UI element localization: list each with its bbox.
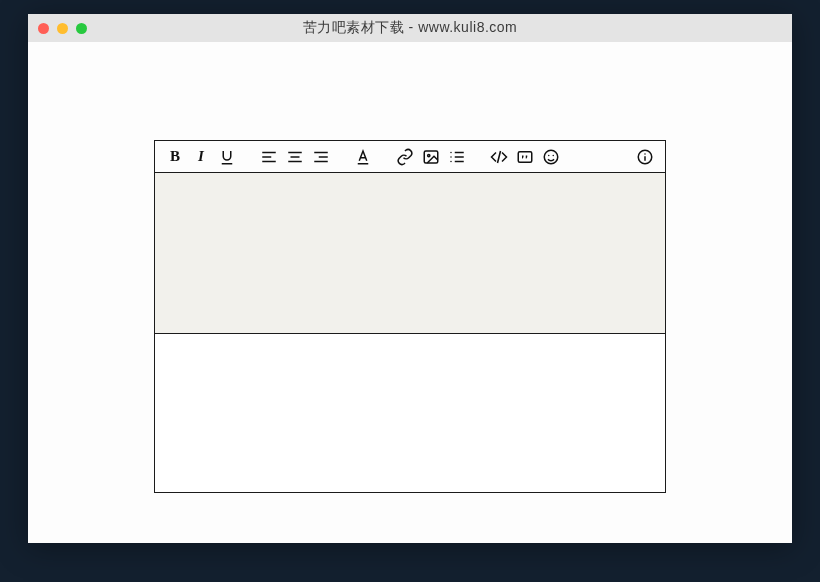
window-content: B I — [28, 42, 792, 543]
image-button[interactable] — [421, 147, 441, 167]
info-icon — [636, 148, 654, 166]
svg-point-19 — [450, 160, 452, 162]
image-icon — [422, 148, 440, 166]
code-button[interactable] — [489, 147, 509, 167]
info-button[interactable] — [635, 147, 655, 167]
text-style-group: B I — [165, 147, 237, 167]
list-button[interactable] — [447, 147, 467, 167]
svg-point-23 — [548, 154, 550, 156]
window-title: 苦力吧素材下载 - www.kuli8.com — [28, 19, 792, 37]
emoji-button[interactable] — [541, 147, 561, 167]
block-group — [489, 147, 561, 167]
code-icon — [490, 148, 508, 166]
emoji-icon — [542, 148, 560, 166]
link-icon — [396, 148, 414, 166]
underline-button[interactable] — [217, 147, 237, 167]
italic-button[interactable]: I — [191, 147, 211, 167]
bold-button[interactable]: B — [165, 147, 185, 167]
quote-icon — [516, 148, 534, 166]
underline-icon — [218, 148, 236, 166]
svg-point-24 — [553, 154, 555, 156]
editor-textarea[interactable] — [154, 172, 666, 334]
text-color-button[interactable] — [353, 147, 373, 167]
svg-point-18 — [450, 156, 452, 158]
close-icon[interactable] — [38, 23, 49, 34]
svg-point-27 — [644, 153, 646, 155]
app-window: 苦力吧素材下载 - www.kuli8.com B I — [28, 14, 792, 543]
svg-point-22 — [544, 150, 558, 164]
rich-text-editor: B I — [154, 140, 666, 493]
align-left-icon — [260, 148, 278, 166]
align-right-button[interactable] — [311, 147, 331, 167]
list-icon — [448, 148, 466, 166]
insert-group — [395, 147, 467, 167]
titlebar: 苦力吧素材下载 - www.kuli8.com — [28, 14, 792, 42]
svg-line-20 — [498, 151, 501, 163]
output-preview — [154, 334, 666, 493]
svg-point-17 — [450, 151, 452, 153]
align-left-button[interactable] — [259, 147, 279, 167]
text-color-icon — [354, 148, 372, 166]
quote-button[interactable] — [515, 147, 535, 167]
window-controls — [38, 23, 87, 34]
maximize-icon[interactable] — [76, 23, 87, 34]
align-right-icon — [312, 148, 330, 166]
svg-rect-21 — [518, 151, 532, 162]
align-group — [259, 147, 331, 167]
align-center-button[interactable] — [285, 147, 305, 167]
align-center-icon — [286, 148, 304, 166]
minimize-icon[interactable] — [57, 23, 68, 34]
editor-toolbar: B I — [154, 140, 666, 172]
svg-point-13 — [428, 154, 430, 156]
link-button[interactable] — [395, 147, 415, 167]
